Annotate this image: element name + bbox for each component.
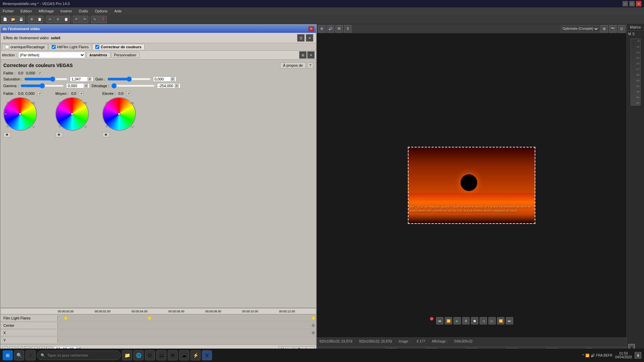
preview-audio-button[interactable]: 🔊 (327, 25, 334, 33)
preview-vol-button[interactable]: M (335, 25, 343, 33)
preview-fast-fwd[interactable]: ⏩ (497, 317, 504, 324)
wheel-faible-container[interactable]: R Mg G Cy Yi (3, 97, 37, 131)
preview-goto-start[interactable]: ⏮ (436, 317, 443, 324)
effects-menu-button[interactable]: ☰ (297, 34, 305, 42)
properties-button[interactable]: 📋 (36, 16, 43, 23)
wheel-moyen-reset[interactable]: ↺ (79, 91, 84, 96)
close-button[interactable]: ✕ (636, 1, 641, 6)
decalage-spin[interactable]: ↺ (175, 84, 179, 88)
preview-step-fwd[interactable]: ▷ (488, 317, 496, 324)
taskbar-opera[interactable]: O (145, 350, 155, 360)
about-button[interactable]: À propos de (280, 62, 306, 68)
keyframe-x[interactable] (311, 331, 315, 335)
wheel-elevee-reset[interactable]: ↺ (126, 91, 131, 96)
menu-affichage[interactable]: Affichage (37, 8, 55, 14)
wheel-elevee-cursor[interactable] (118, 113, 120, 115)
decalage-slider[interactable] (111, 83, 155, 88)
saturation-slider[interactable] (24, 76, 68, 82)
faible-reset[interactable]: ↺ (38, 71, 42, 75)
taskbar-explorer[interactable]: 📁 (122, 350, 132, 360)
render-button[interactable]: ⚙ (28, 16, 35, 23)
undo-button[interactable]: ↶ (73, 16, 80, 23)
taskbar-vegas[interactable]: V (202, 350, 212, 360)
preview-pause[interactable]: ⏸ (462, 317, 470, 324)
wheel-faible-reset[interactable]: ↺ (37, 91, 42, 96)
wheel-elevee-eyedrop[interactable]: ✚ (102, 132, 110, 137)
maximize-button[interactable]: □ (629, 1, 635, 6)
preview-step-back[interactable]: ◁ (480, 317, 487, 324)
tab-color-corrector[interactable]: Correcteur de couleurs (92, 44, 144, 50)
tab-light-flares[interactable]: HitFilm Light Flares (49, 44, 92, 50)
start-button[interactable]: ⊞ (3, 350, 13, 360)
tray-network: 📶 (585, 354, 589, 357)
gamma-slider[interactable] (20, 83, 64, 88)
menu-inserer[interactable]: Insérer (59, 8, 73, 14)
menu-fichier[interactable]: Fichier (1, 8, 15, 14)
preview-res1: 920x1080x32; 29,970i (319, 340, 352, 343)
tab-recadrage[interactable]: oramique/Recadrage (2, 44, 48, 50)
preview-stop[interactable]: ⏹ (471, 317, 478, 324)
wheel-faible-eyedrop[interactable]: ✚ (3, 132, 11, 137)
preview-s-button[interactable]: S (344, 25, 352, 33)
taskbar-mail[interactable]: ✉ (168, 350, 178, 360)
wheel-moyen-cursor[interactable] (71, 113, 73, 115)
menu-options[interactable]: Options (94, 8, 109, 14)
gain-spin[interactable]: ↺ (171, 77, 175, 81)
copy-button[interactable]: ⎘ (54, 16, 62, 23)
effects-collapse-button[interactable]: ✕ (307, 51, 315, 59)
effects-dialog-close[interactable]: ✕ (309, 26, 314, 31)
save-button[interactable]: 💾 (17, 16, 25, 23)
menu-edition[interactable]: Edition (19, 8, 33, 14)
paste-button[interactable]: 📋 (62, 16, 70, 23)
show-desktop-button[interactable]: ▮ (635, 352, 641, 359)
tab-recadrage-checkbox[interactable] (5, 45, 9, 49)
preview-expand-button[interactable]: ⊡ (618, 25, 625, 33)
effects-expand-button[interactable]: ⊞ (299, 51, 307, 59)
taskbar-search-btn[interactable]: 🔍 (14, 350, 24, 360)
taskbar-files[interactable]: 🗂 (156, 350, 166, 360)
fx-track-y-content[interactable] (58, 337, 316, 344)
taskbar-app6[interactable]: ☁ (179, 350, 189, 360)
preview-snapshot-button[interactable]: 📷 (609, 25, 616, 33)
preview-goto-end[interactable]: ⏭ (506, 317, 513, 324)
gamma-spin[interactable]: ↺ (84, 84, 88, 88)
cursor-button[interactable]: ↖ (91, 16, 99, 23)
menu-aide[interactable]: Aide (113, 8, 123, 14)
preview-play[interactable]: ▶ (453, 317, 461, 324)
quality-select[interactable]: Optimisée (Complet) (561, 25, 599, 32)
wheel-moyen-eyedrop[interactable]: ✚ (55, 132, 63, 137)
fx-track-flares-content[interactable] (58, 314, 316, 321)
tab-colorcorrector-checkbox[interactable] (95, 45, 99, 49)
preview-grid-button[interactable]: ⊞ (600, 25, 608, 33)
keyframe-end[interactable] (311, 316, 315, 320)
taskbar-app7[interactable]: ⚡ (191, 350, 201, 360)
saturation-spin[interactable]: ↺ (88, 77, 92, 81)
keyframe-center[interactable] (311, 323, 315, 327)
wheel-elevee-container[interactable]: R Mg G Cy (102, 97, 136, 131)
open-button[interactable]: 📂 (9, 16, 17, 23)
help-button[interactable]: ? (307, 62, 313, 68)
gain-slider[interactable] (107, 76, 151, 82)
search-bar[interactable]: 🔍 Taper ici pour rechercher (37, 351, 121, 360)
tab-lightflares-checkbox[interactable] (52, 45, 56, 49)
fx-track-center-content[interactable] (58, 322, 316, 329)
taskbar-cortana[interactable]: ○ (25, 350, 36, 360)
minimize-button[interactable]: ─ (623, 1, 628, 6)
cut-button[interactable]: ✂ (46, 16, 54, 23)
taskbar-edge[interactable]: 🌐 (133, 350, 144, 360)
help-cursor-button[interactable]: ❓ (99, 16, 107, 23)
tab-parametres[interactable]: àramètres (87, 52, 110, 58)
effects-close-button[interactable]: ✕ (306, 34, 313, 42)
keyframe-mid[interactable] (148, 316, 151, 320)
wheel-faible-cursor[interactable] (19, 113, 21, 115)
new-button[interactable]: 📄 (1, 16, 9, 23)
preview-settings-button[interactable]: ⚙ (318, 25, 325, 33)
wheel-moyen-container[interactable]: R Mg G Cy (55, 97, 89, 131)
preview-rewind[interactable]: ⏪ (445, 317, 452, 324)
fx-track-x-content[interactable] (58, 329, 316, 336)
tab-personnaliser[interactable]: Personnaliser (111, 52, 140, 58)
keyframe-start[interactable] (64, 316, 67, 320)
preset-select[interactable]: (Par défaut) (18, 52, 85, 58)
redo-button[interactable]: ↷ (81, 16, 88, 23)
menu-outils[interactable]: Outils (77, 8, 90, 14)
